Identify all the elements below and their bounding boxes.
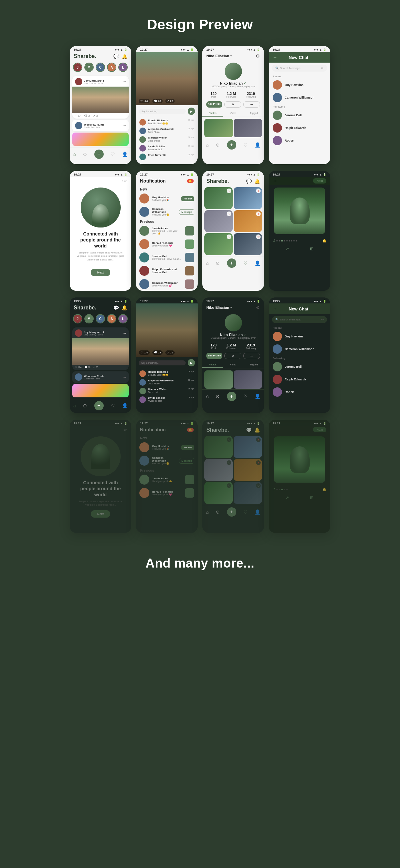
nav-add-dark[interactable]: +	[94, 401, 104, 410]
story-item-dark[interactable]: C	[96, 314, 105, 323]
more-button[interactable]: •••	[243, 101, 260, 107]
chat-user-jerome[interactable]: Jerome Bell	[269, 109, 330, 122]
compose-icon[interactable]: ✏	[321, 66, 324, 70]
chat-search-dark[interactable]: 🔍 Search Message... ✏	[272, 316, 327, 323]
heart-badge[interactable]: ♡	[227, 188, 231, 193]
heart-badge-dark-5[interactable]: ♡	[227, 483, 231, 488]
nav-home-p-dark[interactable]: ⌂	[206, 394, 209, 399]
story-item-dark[interactable]: A	[107, 314, 116, 323]
story-item[interactable]: M	[84, 63, 94, 72]
chat-user-ralph[interactable]: Ralph Edwards	[269, 122, 330, 134]
header-icons-2[interactable]: 💬 🔔	[246, 179, 260, 184]
photo-cell-coast[interactable]: ♥	[234, 187, 262, 209]
heart-badge-dark-6[interactable]: ♡	[256, 483, 261, 488]
grid-item-studio-dark[interactable]	[234, 370, 262, 389]
nav-search-p-dark[interactable]: ⊙	[216, 394, 220, 399]
nav-heart-p-dark[interactable]: ♡	[243, 394, 248, 399]
story-item-dark[interactable]: L	[118, 314, 128, 323]
photo-cell-dark-4[interactable]: ♥	[234, 459, 262, 481]
tab-photos[interactable]: Photos	[202, 110, 223, 117]
comment-count[interactable]: 💬 28	[84, 115, 91, 117]
nav-profile[interactable]: 👤	[122, 152, 128, 157]
share-profile-button[interactable]: ⊕	[224, 101, 241, 107]
settings-icon[interactable]: ⚙	[256, 53, 260, 59]
message-button-dark[interactable]: Message	[179, 458, 194, 464]
skip-dark[interactable]: Skip	[70, 426, 131, 433]
grid-control-icon[interactable]: ⊞	[310, 246, 313, 251]
nav-search[interactable]: ⊙	[83, 152, 87, 157]
zoom-bell-icon-dark[interactable]: 🔔	[322, 488, 326, 491]
zoom-restart-icon[interactable]: ↺	[273, 239, 275, 243]
notification-icon-dark[interactable]: 🔔	[122, 305, 127, 310]
message-button[interactable]: Message	[179, 209, 194, 215]
comment-input[interactable]: Say Something...	[139, 109, 186, 114]
edit-profile-button-dark[interactable]: Edit Profile	[206, 353, 222, 359]
next-button-dark[interactable]: Next	[91, 510, 111, 518]
post-menu-small-dark[interactable]: •••	[122, 375, 126, 379]
photo-cell-plants[interactable]: ♡	[204, 233, 233, 255]
chat-user-ralph-dark[interactable]: Ralph Edwards	[269, 373, 330, 386]
share-count-dark[interactable]: ↗ 25	[93, 366, 98, 369]
next-button[interactable]: Next	[91, 269, 111, 276]
nav-add-p-dark[interactable]: +	[227, 392, 236, 401]
nav-home[interactable]: ⌂	[206, 142, 209, 148]
nav-add[interactable]: +	[94, 150, 104, 159]
photo-cell-dark-1[interactable]: ♡	[204, 436, 233, 458]
chat-user-guy-dark[interactable]: Guy Hawkins	[269, 330, 330, 343]
follow-button-dark[interactable]: Follow	[181, 445, 194, 450]
heart-badge[interactable]: ♥	[256, 188, 261, 193]
tab-video-dark[interactable]: Video	[223, 362, 244, 368]
grid-control-icon-dark[interactable]: ⊞	[310, 495, 313, 500]
chat-user-robert[interactable]: Robert	[269, 134, 330, 147]
share-profile-button-dark[interactable]: ⊕	[224, 353, 241, 359]
tab-photos-dark[interactable]: Photos	[202, 362, 223, 368]
chat-search[interactable]: 🔍 Search Message... ✏	[272, 65, 327, 72]
nav-add[interactable]: +	[227, 258, 236, 268]
edit-profile-button[interactable]: Edit Profile	[206, 101, 222, 107]
story-item-dark[interactable]: M	[84, 314, 94, 323]
heart-badge-dark-1[interactable]: ♡	[227, 437, 231, 442]
post-menu-dark[interactable]: •••	[122, 332, 126, 335]
nav-home-gd[interactable]: ⌂	[206, 509, 209, 515]
story-item[interactable]: A	[107, 63, 116, 72]
heart-badge[interactable]: ♡	[227, 235, 231, 239]
header-icons-dark[interactable]: 💬 🔔	[113, 305, 127, 310]
more-button-dark[interactable]: •••	[243, 353, 260, 359]
nav-profile-dark[interactable]: 👤	[122, 403, 128, 408]
chat-icon-dark-2[interactable]: 💬	[246, 427, 252, 433]
zoom-bell-icon[interactable]: 🔔	[322, 239, 326, 243]
back-button[interactable]: ←	[273, 55, 277, 60]
grid-item-plant[interactable]	[204, 119, 233, 137]
comment-input-dark[interactable]: Say Something...	[139, 361, 186, 365]
compose-icon-dark[interactable]: ✏	[321, 318, 324, 321]
settings-icon-dark[interactable]: ⚙	[256, 305, 260, 310]
comment-count-dark[interactable]: 💬 28	[84, 366, 91, 369]
tab-video[interactable]: Video	[223, 110, 244, 117]
nav-search[interactable]: ⊙	[216, 260, 220, 266]
heart-badge[interactable]: ♥	[256, 212, 261, 216]
chat-user-cameron[interactable]: Cameron Williamson	[269, 91, 330, 104]
nav-profile-p-dark[interactable]: 👤	[255, 394, 260, 399]
nav-home[interactable]: ⌂	[206, 260, 209, 266]
chat-icon[interactable]: 💬	[113, 54, 119, 59]
nav-profile-gd[interactable]: 👤	[255, 509, 260, 515]
post-menu-2[interactable]: •••	[122, 124, 126, 128]
like-count-dark[interactable]: ♡ 124	[75, 366, 82, 369]
nav-profile[interactable]: 👤	[255, 260, 260, 266]
nav-home[interactable]: ⌂	[73, 152, 76, 157]
tab-tagged-dark[interactable]: Tagged	[243, 362, 264, 368]
nav-add-gd[interactable]: +	[227, 507, 236, 517]
notification-icon[interactable]: 🔔	[122, 54, 127, 59]
tab-tagged[interactable]: Tagged	[243, 110, 264, 117]
next-button-zoom-dark[interactable]: Next	[313, 427, 326, 432]
photo-cell-dark-3[interactable]: ♡	[204, 459, 233, 481]
share-control-icon[interactable]: ↗	[286, 246, 289, 251]
post-menu[interactable]: •••	[122, 80, 126, 84]
heart-badge-dark-4[interactable]: ♥	[256, 460, 261, 465]
header-icons[interactable]: 💬 🔔	[113, 54, 127, 59]
share-count[interactable]: ↗ 25	[93, 115, 98, 117]
share-control-icon-dark[interactable]: ↗	[286, 495, 289, 500]
photo-cell-dark-5[interactable]: ♡	[204, 482, 233, 504]
header-icons-dark-2[interactable]: 💬 🔔	[246, 427, 260, 433]
nav-add[interactable]: +	[227, 140, 236, 150]
